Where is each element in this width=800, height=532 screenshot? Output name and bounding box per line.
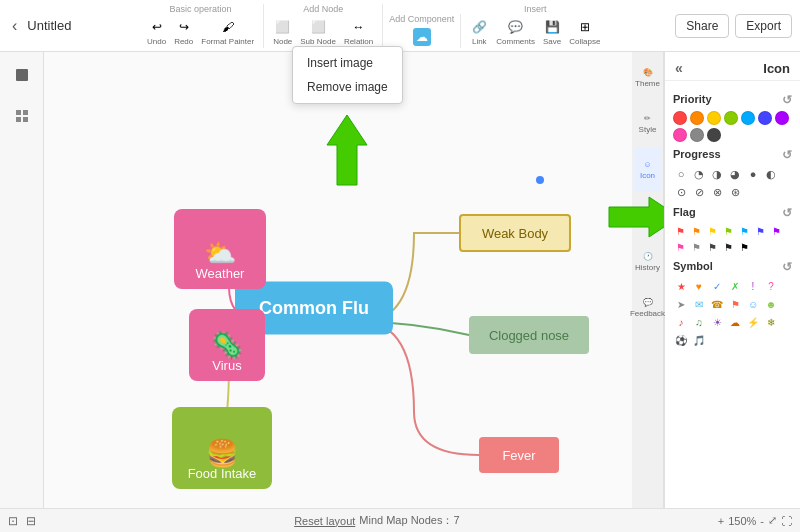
virus-node[interactable]: 🦠 Virus — [189, 309, 265, 381]
symbol-item-9[interactable]: ⚑ — [727, 296, 743, 312]
sidebar-tab-history[interactable]: 🕐 History — [634, 240, 662, 284]
priority-color-0[interactable] — [673, 111, 687, 125]
fit-screen-button[interactable]: ⊡ — [8, 514, 18, 528]
sidebar-tab-style[interactable]: ✏ Style — [634, 102, 662, 146]
symbol-item-11[interactable]: ☻ — [763, 296, 779, 312]
bottom-center: Reset layout Mind Map Nodes：7 — [294, 513, 459, 528]
priority-color-1[interactable] — [690, 111, 704, 125]
priority-color-6[interactable] — [775, 111, 789, 125]
symbol-item-10[interactable]: ☺ — [745, 296, 761, 312]
insert-image-item[interactable]: Insert image — [293, 51, 402, 75]
progress-reset-button[interactable]: ↺ — [782, 148, 792, 162]
symbol-item-13[interactable]: ♫ — [691, 314, 707, 330]
progress-item-8[interactable]: ⊗ — [709, 184, 725, 200]
symbol-item-3[interactable]: ✗ — [727, 278, 743, 294]
flag-item-6[interactable]: ⚑ — [769, 224, 783, 238]
priority-color-4[interactable] — [741, 111, 755, 125]
undo-button[interactable]: ↩ Undo — [144, 16, 169, 48]
flag-item-0[interactable]: ⚑ — [673, 224, 687, 238]
clogged-nose-node[interactable]: Clogged nose — [469, 316, 589, 354]
weather-node[interactable]: ⛅ Weather — [174, 209, 266, 289]
priority-color-8[interactable] — [690, 128, 704, 142]
format-painter-icon: 🖌 — [219, 18, 237, 36]
flag-item-3[interactable]: ⚑ — [721, 224, 735, 238]
sidebar-tab-feedback[interactable]: 💬 Feedback — [634, 286, 662, 330]
back-button[interactable]: ‹ — [8, 15, 21, 37]
comments-button[interactable]: 💬 Comments — [493, 16, 538, 48]
flag-item-9[interactable]: ⚑ — [705, 240, 719, 254]
flag-item-2[interactable]: ⚑ — [705, 224, 719, 238]
fullscreen-button[interactable]: ⛶ — [781, 515, 792, 527]
redo-button[interactable]: ↪ Redo — [171, 16, 196, 48]
fit-width-button[interactable]: ⤢ — [768, 514, 777, 527]
symbol-item-6[interactable]: ➤ — [673, 296, 689, 312]
sidebar-tab-theme[interactable]: 🎨 Theme — [634, 56, 662, 100]
priority-colors — [673, 111, 792, 142]
progress-item-4[interactable]: ● — [745, 166, 761, 182]
zoom-decrease-button[interactable]: - — [760, 515, 764, 527]
add-node-group: Add Node ⬜ Node ⬜ Sub Node ↔ Relation — [264, 4, 383, 48]
progress-item-9[interactable]: ⊛ — [727, 184, 743, 200]
symbol-item-5[interactable]: ? — [763, 278, 779, 294]
progress-item-3[interactable]: ◕ — [727, 166, 743, 182]
symbol-item-7[interactable]: ✉ — [691, 296, 707, 312]
relation-button[interactable]: ↔ Relation — [341, 16, 376, 48]
priority-color-3[interactable] — [724, 111, 738, 125]
flag-item-1[interactable]: ⚑ — [689, 224, 703, 238]
symbol-item-18[interactable]: ⚽ — [673, 332, 689, 348]
symbol-item-8[interactable]: ☎ — [709, 296, 725, 312]
flag-item-7[interactable]: ⚑ — [673, 240, 687, 254]
progress-item-5[interactable]: ◐ — [763, 166, 779, 182]
weak-body-node[interactable]: Weak Body — [459, 214, 571, 252]
sidebar-tab-icon[interactable]: ☺ Icon — [634, 148, 662, 192]
symbol-reset-button[interactable]: ↺ — [782, 260, 792, 274]
subnode-button[interactable]: ⬜ Sub Node — [297, 16, 339, 48]
component-button[interactable]: ☁ — [410, 26, 434, 48]
symbol-item-14[interactable]: ☀ — [709, 314, 725, 330]
flag-item-5[interactable]: ⚑ — [753, 224, 767, 238]
save-button[interactable]: 💾 Save — [540, 16, 564, 48]
node-button[interactable]: ⬜ Node — [270, 16, 295, 48]
sidebar-item-undo[interactable] — [6, 60, 38, 92]
remove-image-item[interactable]: Remove image — [293, 75, 402, 99]
symbol-item-19[interactable]: 🎵 — [691, 332, 707, 348]
priority-color-5[interactable] — [758, 111, 772, 125]
document-title[interactable]: Untitled — [27, 18, 71, 33]
food-node[interactable]: 🍔 Food Intake — [172, 407, 272, 489]
format-painter-button[interactable]: 🖌 Format Painter — [198, 16, 257, 48]
priority-color-9[interactable] — [707, 128, 721, 142]
progress-item-2[interactable]: ◑ — [709, 166, 725, 182]
symbol-item-12[interactable]: ♪ — [673, 314, 689, 330]
reset-layout-button[interactable]: Reset layout — [294, 515, 355, 527]
progress-item-0[interactable]: ○ — [673, 166, 689, 182]
priority-color-7[interactable] — [673, 128, 687, 142]
priority-color-2[interactable] — [707, 111, 721, 125]
flag-reset-button[interactable]: ↺ — [782, 206, 792, 220]
collapse-panel-button[interactable]: « — [675, 60, 683, 76]
zoom-out-button[interactable]: ⊟ — [26, 514, 36, 528]
symbol-item-16[interactable]: ⚡ — [745, 314, 761, 330]
flag-item-10[interactable]: ⚑ — [721, 240, 735, 254]
symbol-item-17[interactable]: ❄ — [763, 314, 779, 330]
flag-item-11[interactable]: ⚑ — [737, 240, 751, 254]
symbol-item-2[interactable]: ✓ — [709, 278, 725, 294]
progress-item-6[interactable]: ⊙ — [673, 184, 689, 200]
flag-item-4[interactable]: ⚑ — [737, 224, 751, 238]
basic-op-items: ↩ Undo ↪ Redo 🖌 Format Painter — [144, 16, 257, 48]
mind-map-canvas[interactable]: Common Flu ⛅ Weather 🦠 Virus 🍔 Food Inta… — [44, 52, 664, 532]
link-button[interactable]: 🔗 Link — [467, 16, 491, 48]
collapse-button[interactable]: ⊞ Collapse — [566, 16, 603, 48]
zoom-in-button[interactable]: + — [718, 515, 724, 527]
share-button[interactable]: Share — [675, 14, 729, 38]
symbol-item-15[interactable]: ☁ — [727, 314, 743, 330]
progress-item-1[interactable]: ◔ — [691, 166, 707, 182]
symbol-item-0[interactable]: ★ — [673, 278, 689, 294]
export-button[interactable]: Export — [735, 14, 792, 38]
sidebar-item-grid[interactable] — [6, 100, 38, 132]
priority-reset-button[interactable]: ↺ — [782, 93, 792, 107]
symbol-item-4[interactable]: ! — [745, 278, 761, 294]
symbol-item-1[interactable]: ♥ — [691, 278, 707, 294]
flag-item-8[interactable]: ⚑ — [689, 240, 703, 254]
fever-node[interactable]: Fever — [479, 437, 559, 473]
progress-item-7[interactable]: ⊘ — [691, 184, 707, 200]
